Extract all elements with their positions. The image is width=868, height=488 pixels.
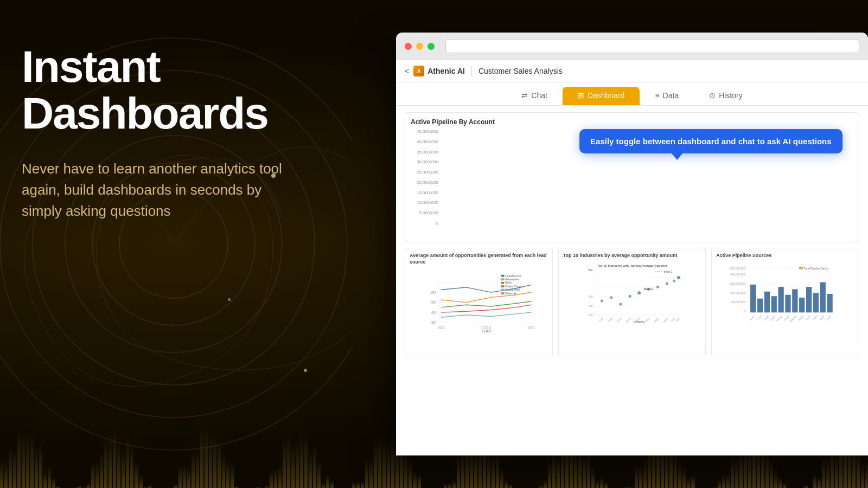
traffic-light-green[interactable]	[427, 43, 435, 50]
svg-text:Minimu: Minimu	[643, 287, 653, 291]
url-bar[interactable]	[445, 39, 859, 53]
tab-bar: ⇄ Chat ⊞ Dashboard ≡ Data ⊙ History	[396, 82, 868, 106]
breadcrumb: Customer Sales Analysis	[478, 67, 563, 75]
nav-divider	[471, 66, 472, 76]
svg-text:Food: Food	[616, 317, 622, 323]
svg-text:100,000,000: 100,000,000	[730, 300, 746, 304]
svg-rect-22	[501, 279, 505, 281]
svg-rect-91	[820, 282, 826, 312]
svg-text:Web: Web	[813, 314, 818, 320]
svg-text:8M: 8M	[589, 304, 592, 307]
svg-text:7M: 7M	[589, 313, 592, 317]
y-label-0: 0	[436, 221, 438, 226]
chart-y-labels: 0 5,000,000 10,000,000 15,000,000 20,000…	[405, 129, 441, 226]
svg-rect-81	[750, 285, 756, 312]
tab-dashboard[interactable]: ⊞ Dashboard	[563, 87, 640, 105]
svg-text:400,000,000: 400,000,000	[730, 272, 746, 275]
svg-text:YEAR: YEAR	[481, 329, 491, 332]
headline-line2: Dashboards	[22, 88, 268, 138]
svg-text:4M: 4M	[431, 311, 436, 314]
svg-text:Cloud: Cloud	[625, 317, 631, 323]
svg-text:Total Pipeline Value: Total Pipeline Value	[804, 266, 828, 269]
y-label-15m: 15,000,000	[417, 190, 438, 195]
svg-point-50	[656, 285, 659, 288]
chart-tooltip: Easily toggle between dashboard and chat…	[579, 129, 843, 153]
svg-rect-82	[757, 298, 763, 312]
svg-point-51	[666, 282, 668, 285]
svg-text:Publ: Publ	[598, 317, 604, 322]
tab-chat[interactable]: ⇄ Chat	[506, 87, 563, 105]
svg-rect-28	[501, 289, 505, 291]
svg-rect-86	[786, 294, 791, 312]
svg-text:Social Med: Social Med	[505, 288, 520, 292]
traffic-light-yellow[interactable]	[416, 43, 423, 50]
svg-text:2022: 2022	[438, 326, 444, 329]
tab-history-label: History	[719, 91, 743, 100]
traffic-light-red[interactable]	[405, 43, 412, 50]
svg-text:Advertisem: Advertisem	[505, 278, 520, 281]
svg-text:Word: Word	[819, 314, 825, 320]
svg-text:Cold: Cold	[757, 314, 762, 320]
svg-text:Trade Show: Trade Show	[505, 285, 521, 288]
svg-text:Adver: Adver	[749, 314, 756, 321]
svg-text:Referral: Referral	[789, 314, 797, 322]
svg-text:Partner: Partner	[776, 314, 783, 322]
svg-text:Trade: Trade	[805, 314, 812, 321]
svg-text:2,022.5: 2,022.5	[481, 326, 491, 329]
bottom-charts-row: Average amount of opportunities generate…	[405, 248, 859, 356]
industries-title: Top 10 industries by average opportunity…	[563, 253, 701, 259]
pipeline-sources-title: Active Pipeline Sources	[716, 253, 854, 259]
y-label-35m: 35,000,000	[417, 150, 438, 155]
svg-point-45	[610, 296, 612, 299]
tab-data[interactable]: ≡ Data	[640, 87, 694, 105]
nav-logo: A Athenic AI	[413, 66, 465, 76]
lead-source-chart: Average amount of opportunities generate…	[405, 248, 553, 356]
pipeline-sources-chart: Active Pipeline Sources Total Pipeline V…	[711, 248, 859, 356]
line-chart-area: 3M 4M 5M 6M 2022 2,022.5	[410, 267, 548, 332]
svg-text:Elec: Elec	[675, 317, 680, 322]
svg-point-47	[628, 294, 631, 297]
svg-rect-20	[501, 275, 505, 277]
svg-rect-85	[778, 287, 784, 312]
scatter-chart-area: Top 10 Industries with Highest Average O…	[563, 261, 701, 326]
svg-rect-26	[501, 286, 505, 288]
dashboard-icon: ⊞	[578, 91, 584, 100]
svg-text:Motor: Motor	[653, 317, 660, 323]
browser-window: < A Athenic AI Customer Sales Analysis ⇄…	[396, 33, 868, 455]
dashboard-area: Active Pipeline By Account 0 5,000,000 1…	[396, 106, 868, 455]
browser-titlebar	[396, 33, 868, 60]
svg-text:Social: Social	[797, 314, 804, 321]
browser-nav: < A Athenic AI Customer Sales Analysis	[396, 60, 868, 82]
y-label-45m: 45,000,000	[417, 129, 438, 134]
main-bar-chart: Active Pipeline By Account 0 5,000,000 1…	[405, 112, 859, 242]
right-section: < A Athenic AI Customer Sales Analysis ⇄…	[396, 33, 868, 455]
y-label-40m: 40,000,000	[417, 139, 438, 144]
line-chart-svg: 3M 4M 5M 6M 2022 2,022.5	[410, 267, 548, 332]
data-icon: ≡	[655, 91, 659, 100]
y-label-5m: 5,000,000	[419, 210, 438, 215]
tab-history[interactable]: ⊙ History	[694, 87, 758, 105]
nav-back-button[interactable]: <	[405, 67, 409, 75]
pipeline-bar-svg: Total Pipeline Value 0 100,000,000 200,0…	[716, 261, 854, 326]
logo-text: Athenic AI	[427, 67, 465, 75]
svg-text:Web: Web	[505, 281, 511, 285]
pipeline-bar-area: Total Pipeline Value 0 100,000,000 200,0…	[716, 261, 854, 326]
chat-icon: ⇄	[521, 91, 528, 100]
svg-text:Referral: Referral	[505, 292, 516, 295]
tooltip-text: Easily toggle between dashboard and chat…	[590, 137, 832, 146]
svg-text:6M: 6M	[431, 291, 436, 294]
svg-rect-88	[799, 298, 805, 312]
svg-text:Email: Email	[763, 314, 769, 320]
svg-rect-30	[501, 293, 505, 295]
svg-text:9M: 9M	[589, 295, 592, 298]
left-section: Instant Dashboards Never have to learn a…	[22, 43, 336, 222]
svg-point-52	[673, 279, 675, 282]
svg-rect-83	[764, 291, 770, 312]
tab-chat-label: Chat	[531, 91, 547, 100]
y-label-10m: 10,000,000	[417, 200, 438, 205]
y-label-30m: 30,000,000	[417, 159, 438, 164]
svg-rect-87	[793, 289, 798, 312]
svg-point-48	[637, 291, 641, 294]
svg-text:Statu: Statu	[607, 317, 613, 323]
history-icon: ⊙	[709, 91, 716, 100]
